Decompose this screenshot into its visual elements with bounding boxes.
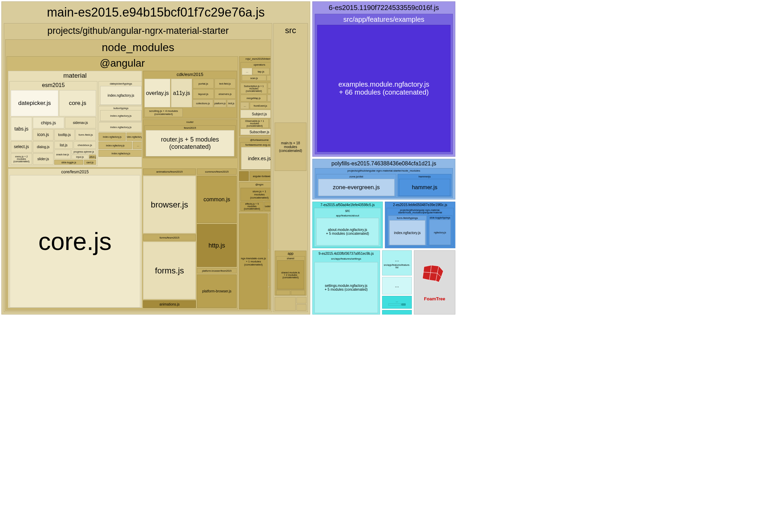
node-formfield[interactable]: form-field.js (75, 129, 96, 141)
node-rxjs-tiny-4[interactable] (269, 119, 271, 128)
node-chips[interactable]: chips.js (33, 117, 64, 128)
node-bidi[interactable]: bidi.js (227, 99, 236, 107)
node-app[interactable]: app shared shared.module.ts + 2 modules … (275, 251, 306, 296)
node-examples-path[interactable]: src/app/features/examples examples.modul… (315, 14, 453, 154)
node-zone[interactable]: zone-evergreen.js (318, 179, 395, 196)
node-router-fesm[interactable]: fesm2015 router.js + 5 modules (concaten… (144, 125, 236, 157)
node-2-idx[interactable]: index.ngfactory.js (389, 220, 426, 245)
node-btn-typings[interactable]: button/typings index.ngfactory.js (98, 106, 142, 122)
node-esm2015[interactable]: esm2015 datepicker.js core.js (9, 81, 97, 166)
node-button[interactable]: button.js (89, 155, 96, 159)
node-examples-mod[interactable]: examples.module.ngfactory.js + 66 module… (317, 25, 451, 152)
node-dialog[interactable]: dialog.js (33, 141, 54, 153)
bundle-7[interactable]: 7-es2015.af50ad4e1fefe43598c5.js src app… (312, 202, 383, 248)
node-ang-fa[interactable]: angular-fontawesome (249, 171, 271, 181)
node-scan[interactable]: scan.js (242, 75, 266, 81)
node-src-tiny-1[interactable] (275, 297, 296, 311)
node-idx-ngf-4[interactable]: index.ngfactory.js (98, 150, 142, 157)
node-idx-ngf-2b[interactable]: index.ngfactory.js (126, 133, 142, 141)
bundle-dots-2[interactable]: ... (382, 277, 412, 294)
node-subscriber[interactable]: Subscriber.js (240, 129, 271, 135)
node-material[interactable]: material esm2015 datepicker.js (8, 71, 142, 167)
node-tooltip[interactable]: tooltip.js (54, 129, 75, 141)
node-src[interactable]: src main.ts + 18 modules (concatenated) … (273, 23, 308, 312)
node-card[interactable]: card.js (84, 160, 96, 165)
node-collections[interactable]: collections.js (193, 99, 213, 107)
node-pb-h[interactable]: platform-browser/fesm2015 (197, 268, 237, 273)
node-a11y[interactable]: a11y.js (171, 79, 192, 107)
node-overlay[interactable]: overlay.js (144, 79, 170, 107)
node-common-h[interactable]: common/fesm2015 (197, 168, 237, 175)
node-animations[interactable]: animations.js (143, 300, 196, 308)
node-fortawesome[interactable]: @fortawesome fontawesome-svg-core index.… (239, 137, 271, 170)
bundle-6[interactable]: 6-es2015.1190f7224533559c016f.js src/app… (312, 1, 455, 157)
node-operators[interactable]: operators ... tap.js ... (240, 62, 271, 82)
node-router[interactable]: router fesm2015 router.js + 5 modules (c… (143, 119, 237, 158)
node-bot-tiny-1[interactable] (239, 171, 249, 181)
bundle-tiny-4[interactable] (382, 310, 412, 315)
node-2-st[interactable]: slide-toggle/typings ngfactory.js (428, 215, 452, 245)
node-sidenav[interactable]: sidenav.js (65, 117, 96, 128)
node-misc-1[interactable] (268, 213, 271, 250)
node-forms[interactable]: forms.js (143, 242, 196, 299)
node-browser[interactable]: browser.js (143, 176, 196, 233)
bundle-main[interactable]: main-es2015.e94b15bcf01f7c29e76a.js proj… (1, 1, 310, 315)
node-input[interactable]: input.js (72, 155, 88, 159)
node-btn-idx[interactable]: index.ngfactory.js (100, 110, 142, 121)
node-shared[interactable]: shared shared.module.ts + 2 modules (con… (276, 256, 305, 290)
node-sharedmod[interactable]: shared.module.ts + 2 modules (concatenat… (277, 260, 304, 289)
node-src-tiny-3[interactable] (296, 304, 306, 311)
node-2-ff[interactable]: form-field/typings index.ngfactory.js (388, 215, 427, 245)
node-dots-1[interactable]: ... (133, 142, 142, 149)
node-subject[interactable]: Subject.js (240, 110, 271, 118)
bundle-dots-3[interactable]: ... (382, 296, 412, 309)
node-effects[interactable]: effects.js + 5 modules (concatenated) (240, 202, 264, 211)
node-projects[interactable]: projects/github/angular-ngrx-material-st… (4, 23, 272, 312)
node-fromevent[interactable]: fromEvent.js (250, 102, 271, 109)
node-2-ngf[interactable]: ngfactory.js (429, 220, 451, 245)
node-9-mod[interactable]: settings.module.ngfactory.js + 5 modules… (314, 262, 378, 313)
node-src-tiny-2[interactable] (296, 297, 306, 303)
node-core-fesm[interactable]: core/fesm2015 core.js (8, 168, 142, 308)
node-subscription[interactable]: Subscription.js + 1 modules (concatenate… (240, 83, 267, 94)
node-observable[interactable]: Observable.js + 1 modules (concatenated) (240, 119, 269, 128)
node-misc-2[interactable] (268, 250, 271, 287)
node-7-src[interactable]: src app/features/about about.module.ngfa… (314, 208, 381, 247)
node-indexes[interactable]: index.es.js (241, 147, 271, 170)
node-datepicker[interactable]: datepicker.js (11, 90, 58, 116)
node-idx-ngf-2[interactable]: index.ngfactory.js (98, 133, 126, 141)
node-hammer[interactable]: hammer.js (399, 179, 450, 196)
node-tap[interactable]: tap.js (253, 68, 269, 75)
node-zone-path[interactable]: zone.js/dist zone-evergreen.js (316, 174, 396, 196)
node-cdk[interactable]: cdk/esm2015 overlay.js a11y.js (143, 71, 237, 118)
bundle-2[interactable]: 2-es2015.febfe050487e39e19f0c.js project… (385, 202, 455, 248)
node-op-dots-2[interactable]: ... (270, 68, 271, 75)
node-core-mat[interactable]: core.js (59, 90, 96, 116)
node-select[interactable]: select.js (11, 141, 32, 153)
node-store[interactable]: store.js + 1 modules (concatenated) (240, 188, 271, 201)
node-router-js[interactable]: router.js + 5 modules (concatenated) (146, 130, 235, 156)
node-portal[interactable]: portal.js (193, 79, 214, 88)
node-http[interactable]: http.js (197, 224, 237, 267)
node-rxjs-dots-1[interactable]: ... (267, 95, 271, 101)
node-core-big[interactable]: core.js (10, 175, 140, 308)
node-misc-3[interactable] (268, 287, 271, 309)
node-icon[interactable]: icon.js (33, 129, 54, 141)
node-pb[interactable]: platform-browser.js (197, 274, 237, 308)
node-routerstore[interactable]: routerstore.js (264, 202, 271, 211)
node-dp-typings[interactable]: datepicker/typings index.ngfactory.js (98, 81, 142, 105)
node-fa-svg[interactable]: fontawesome-svg-core index.es.js (240, 142, 271, 170)
node-op-dots-1[interactable]: ... (242, 68, 252, 75)
node-dp-idx[interactable]: index.ngfactory.js (100, 86, 142, 105)
node-progress[interactable]: progress-spinner.js (72, 149, 96, 154)
node-common[interactable]: common.js (197, 176, 237, 223)
node-menu[interactable]: menu.js + 2 modules (concatenated) (11, 153, 32, 165)
node-app-tiny-2[interactable] (291, 290, 305, 295)
node-polyfills-path[interactable]: projects/github/angular-ngrx-material-st… (315, 168, 453, 198)
node-platform[interactable]: platform.js (214, 99, 226, 107)
bundle-polyfills[interactable]: polyfills-es2015.746388436e084cfa1d21.js… (312, 159, 455, 200)
node-textfield[interactable]: text-field.js (215, 79, 236, 88)
node-mergemap[interactable]: mergeMap.js (240, 95, 267, 101)
node-op-tiny-1[interactable] (267, 75, 271, 81)
node-2-path[interactable]: projects/github/angular-ngrx-material-st… (387, 208, 454, 247)
